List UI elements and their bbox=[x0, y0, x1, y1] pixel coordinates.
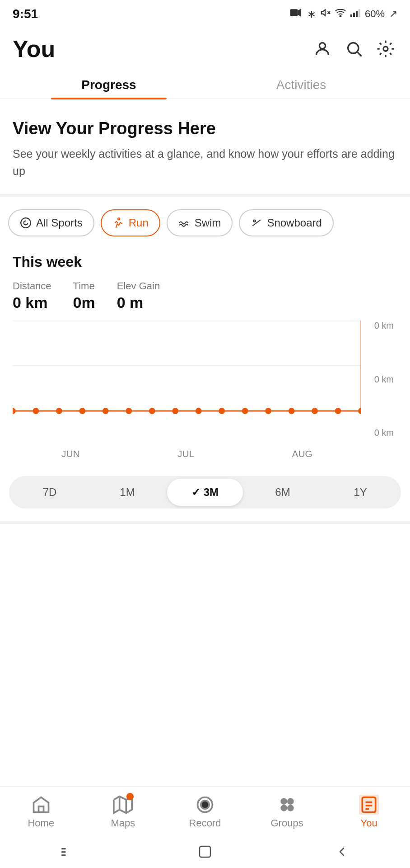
time-range-selector: 7D 1M ✓ 3M 6M 1Y bbox=[9, 476, 401, 509]
wifi-icon bbox=[335, 8, 346, 20]
x-label-jul: JUL bbox=[177, 448, 194, 459]
nav-maps-label: Maps bbox=[111, 817, 135, 829]
stats-row: Distance 0 km Time 0m Elev Gain 0 m bbox=[13, 280, 397, 311]
filter-all-sports[interactable]: All Sports bbox=[8, 209, 94, 236]
progress-description: See your weekly activities at a glance, … bbox=[13, 146, 397, 179]
svg-rect-36 bbox=[38, 807, 43, 812]
range-6m[interactable]: 6M bbox=[245, 479, 321, 506]
system-nav-bar bbox=[0, 835, 410, 868]
svg-rect-5 bbox=[350, 14, 352, 17]
svg-point-19 bbox=[13, 408, 16, 414]
header: You bbox=[0, 27, 410, 70]
svg-rect-53 bbox=[200, 846, 210, 857]
signal-icon bbox=[350, 8, 360, 20]
svg-point-25 bbox=[149, 408, 155, 414]
filter-chips: All Sports Run Swim Snowboard bbox=[0, 197, 410, 241]
filter-swim[interactable]: Swim bbox=[167, 209, 233, 236]
progress-heading: View Your Progress Here bbox=[13, 119, 397, 138]
y-label-mid: 0 km bbox=[374, 374, 394, 385]
svg-point-28 bbox=[219, 408, 225, 414]
svg-point-14 bbox=[118, 218, 120, 220]
svg-marker-1 bbox=[298, 9, 301, 17]
svg-point-31 bbox=[289, 408, 295, 414]
svg-point-44 bbox=[288, 806, 293, 811]
svg-line-11 bbox=[358, 52, 362, 57]
stat-elev-label: Elev Gain bbox=[117, 280, 160, 292]
nav-record[interactable]: Record bbox=[164, 792, 246, 832]
stat-time: Time 0m bbox=[73, 280, 95, 311]
stat-distance: Distance 0 km bbox=[13, 280, 51, 311]
svg-point-29 bbox=[242, 408, 248, 414]
nav-maps[interactable]: Maps bbox=[82, 792, 164, 832]
svg-rect-51 bbox=[61, 851, 66, 853]
svg-point-15 bbox=[254, 220, 256, 222]
svg-point-10 bbox=[348, 43, 359, 53]
stat-elev-value: 0 m bbox=[117, 294, 160, 311]
nav-you[interactable]: You bbox=[328, 792, 410, 832]
status-time: 9:51 bbox=[13, 7, 38, 21]
nav-you-label: You bbox=[361, 817, 377, 829]
svg-point-20 bbox=[33, 408, 39, 414]
x-label-jun: JUN bbox=[61, 448, 80, 459]
svg-rect-52 bbox=[61, 854, 66, 856]
svg-point-23 bbox=[102, 408, 109, 414]
svg-point-13 bbox=[21, 218, 31, 228]
svg-point-33 bbox=[335, 408, 341, 414]
sys-menu-button[interactable] bbox=[58, 842, 78, 862]
progress-intro: View Your Progress Here See your weekly … bbox=[0, 99, 410, 197]
status-icons: ∗ 60% ↗ bbox=[290, 8, 397, 20]
nav-record-label: Record bbox=[189, 817, 221, 829]
sys-home-button[interactable] bbox=[195, 842, 215, 862]
range-1y[interactable]: 1Y bbox=[322, 479, 398, 506]
svg-point-27 bbox=[196, 408, 202, 414]
nav-groups[interactable]: Groups bbox=[246, 792, 328, 832]
svg-rect-6 bbox=[353, 13, 355, 17]
stat-distance-label: Distance bbox=[13, 280, 51, 292]
bluetooth-icon: ∗ bbox=[307, 8, 316, 20]
svg-rect-7 bbox=[356, 11, 358, 17]
svg-point-22 bbox=[79, 408, 85, 414]
svg-point-41 bbox=[281, 799, 286, 804]
y-label-top: 0 km bbox=[374, 321, 394, 331]
chart-y-labels: 0 km 0 km 0 km bbox=[361, 321, 397, 438]
svg-rect-8 bbox=[359, 9, 360, 17]
nav-home-label: Home bbox=[28, 817, 54, 829]
bottom-nav: Home Maps Record Groups bbox=[0, 786, 410, 835]
settings-button[interactable] bbox=[374, 37, 397, 61]
video-icon bbox=[290, 8, 303, 20]
chart-area bbox=[13, 321, 361, 438]
battery-indicator: 60% bbox=[365, 8, 385, 20]
svg-rect-0 bbox=[290, 9, 298, 16]
header-action-icons bbox=[311, 37, 397, 61]
x-label-aug: AUG bbox=[292, 448, 312, 459]
svg-point-43 bbox=[281, 806, 286, 811]
filter-run[interactable]: Run bbox=[101, 209, 160, 236]
svg-point-42 bbox=[288, 799, 293, 804]
stat-time-label: Time bbox=[73, 280, 95, 292]
range-1m[interactable]: 1M bbox=[89, 479, 165, 506]
sys-back-button[interactable] bbox=[332, 842, 352, 862]
y-label-bottom: 0 km bbox=[374, 428, 394, 438]
svg-point-24 bbox=[126, 408, 132, 414]
mute-icon bbox=[321, 8, 331, 20]
svg-point-4 bbox=[340, 16, 341, 17]
nav-home[interactable]: Home bbox=[0, 792, 82, 832]
svg-point-32 bbox=[312, 408, 318, 414]
chart-x-labels: JUN JUL AUG bbox=[13, 443, 361, 465]
profile-button[interactable] bbox=[311, 37, 334, 61]
svg-rect-49 bbox=[359, 795, 379, 815]
svg-point-26 bbox=[172, 408, 178, 414]
svg-rect-50 bbox=[61, 848, 66, 849]
section-divider bbox=[0, 521, 410, 524]
stat-elev: Elev Gain 0 m bbox=[117, 280, 160, 311]
search-button[interactable] bbox=[342, 37, 366, 61]
week-section: This week Distance 0 km Time 0m Elev Gai… bbox=[0, 241, 410, 465]
tab-activities[interactable]: Activities bbox=[205, 70, 397, 99]
activity-chart: 0 km 0 km 0 km JUN JUL AUG bbox=[13, 321, 397, 465]
status-bar: 9:51 ∗ 60% ↗ bbox=[0, 0, 410, 27]
tab-progress[interactable]: Progress bbox=[13, 70, 205, 99]
stat-distance-value: 0 km bbox=[13, 294, 51, 311]
filter-snowboard[interactable]: Snowboard bbox=[239, 209, 333, 236]
range-7d[interactable]: 7D bbox=[12, 479, 88, 506]
range-3m[interactable]: ✓ 3M bbox=[167, 479, 243, 506]
